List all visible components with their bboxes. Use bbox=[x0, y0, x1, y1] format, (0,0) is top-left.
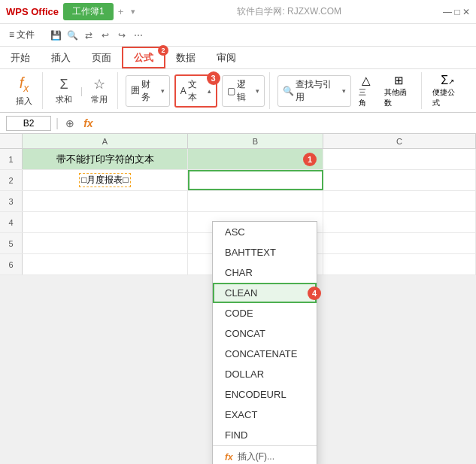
logic-arrow: ▾ bbox=[256, 87, 259, 95]
wps-logo: WPS Office bbox=[6, 6, 59, 17]
fx-icon: fx bbox=[20, 74, 29, 94]
quick-formula-icon: Σ↗ bbox=[441, 74, 454, 87]
ribbon-tabs: 开始 插入 页面 公式 2 数据 审阅 bbox=[0, 47, 476, 69]
common-label: 常用 bbox=[91, 94, 108, 105]
spreadsheet: A B C 1 带不能打印字符的文本 1 2 □月度报表□ 3 4 5 bbox=[0, 134, 476, 275]
undo-icon[interactable]: ↩ bbox=[99, 29, 111, 41]
save-icon[interactable]: 💾 bbox=[50, 29, 62, 41]
dropdown-item-clean[interactable]: CLEAN 4 bbox=[213, 283, 317, 303]
row-header-corner bbox=[0, 134, 23, 148]
dropdown-item-asc[interactable]: ASC bbox=[213, 222, 317, 242]
cell-b2[interactable] bbox=[188, 170, 323, 190]
logic-btn[interactable]: ▢ 逻辑 ▾ bbox=[222, 75, 265, 107]
ribbon-toolbar: fx 插入 Σ 求和 | ☆ 常用 囲 财务 ▾ A 文本 ▴ 3 ▢ 逻辑 bbox=[0, 69, 476, 113]
dropdown-item-bahttext[interactable]: BAHTTEXT bbox=[213, 242, 317, 262]
sigma-icon: Σ bbox=[59, 77, 68, 92]
footer-label: 插入(F)... bbox=[238, 450, 274, 463]
tab-page[interactable]: 页面 bbox=[81, 47, 122, 68]
financial-icon: 囲 bbox=[131, 84, 140, 97]
text-btn-badge: 3 bbox=[207, 71, 220, 85]
cell-a4[interactable] bbox=[23, 212, 188, 232]
add-tab-button[interactable]: + bbox=[118, 6, 124, 17]
cell-c3[interactable] bbox=[323, 191, 476, 211]
financial-arrow: ▾ bbox=[161, 87, 165, 95]
tab-formula[interactable]: 公式 2 bbox=[122, 47, 165, 68]
dropdown-item-dollar[interactable]: DOLLAR bbox=[213, 364, 317, 384]
cell-b3[interactable] bbox=[188, 191, 323, 211]
triangle-icon: △ bbox=[362, 74, 371, 87]
col-header-c[interactable]: C bbox=[323, 134, 476, 148]
sum-group: Σ 求和 | ☆ 常用 bbox=[46, 72, 118, 109]
cell-c1[interactable] bbox=[323, 149, 476, 169]
financial-btn[interactable]: 囲 财务 ▾ bbox=[126, 75, 170, 107]
menu-bar: ≡ 文件 💾 🔍 ⇄ ↩ ↪ ⋯ bbox=[0, 24, 476, 47]
b1-badge: 1 bbox=[303, 153, 317, 166]
dropdown-item-concatenate[interactable]: CONCATENATE bbox=[213, 344, 317, 364]
cell-a5[interactable] bbox=[23, 233, 188, 253]
cell-a1[interactable]: 带不能打印字符的文本 bbox=[23, 149, 188, 169]
redo-icon[interactable]: ↪ bbox=[116, 29, 128, 41]
cell-b1[interactable]: 1 bbox=[188, 149, 323, 169]
cell-a2[interactable]: □月度报表□ bbox=[23, 170, 188, 190]
cell-c5[interactable] bbox=[323, 233, 476, 253]
col-header-row: A B C bbox=[0, 134, 476, 149]
tab-data[interactable]: 数据 bbox=[165, 47, 206, 68]
quick-label: 便捷公式 bbox=[432, 87, 462, 108]
logic-label: 逻辑 bbox=[237, 78, 255, 104]
lookup-icon: 🔍 bbox=[283, 86, 294, 96]
row-num-3: 3 bbox=[0, 191, 23, 211]
text-btn[interactable]: A 文本 ▴ 3 bbox=[174, 74, 217, 108]
dropdown-item-char[interactable]: CHAR bbox=[213, 262, 317, 283]
dropdown-item-exact[interactable]: EXACT bbox=[213, 405, 317, 425]
row-num-4: 4 bbox=[0, 212, 23, 232]
financial-label: 财务 bbox=[141, 78, 159, 104]
formula-fx-icon[interactable]: fx bbox=[81, 117, 95, 129]
other-btn[interactable]: ⊞ 其他函数 bbox=[381, 72, 417, 110]
insert-function-btn[interactable]: fx 插入 bbox=[11, 73, 38, 108]
cell-c6[interactable] bbox=[323, 254, 476, 274]
dropdown-item-find[interactable]: FIND bbox=[213, 425, 317, 445]
insert-label: 插入 bbox=[16, 96, 32, 107]
more-icon[interactable]: ⋯ bbox=[132, 29, 144, 41]
logic-icon: ▢ bbox=[227, 86, 235, 96]
formula-zoom-icon[interactable]: ⊕ bbox=[63, 117, 77, 129]
website-label: 软件自学网: RJZXW.COM bbox=[135, 5, 443, 18]
formula-tab-badge: 2 bbox=[158, 45, 168, 56]
common-btn[interactable]: ☆ 常用 bbox=[86, 74, 113, 107]
quick-formula-btn[interactable]: Σ↗ 便捷公式 bbox=[429, 72, 465, 110]
row-num-2: 2 bbox=[0, 170, 23, 190]
insert-function-group: fx 插入 bbox=[6, 72, 43, 109]
dropdown-item-encodeurl[interactable]: ENCODEURL bbox=[213, 384, 317, 405]
workbook-tab[interactable]: 工作簿1 bbox=[63, 3, 114, 20]
title-bar: WPS Office 工作簿1 + ▾ 软件自学网: RJZXW.COM — □… bbox=[0, 0, 476, 24]
toolbar-icons: 💾 🔍 ⇄ ↩ ↪ ⋯ bbox=[50, 29, 144, 41]
tab-insert[interactable]: 插入 bbox=[41, 47, 81, 68]
lookup-btn[interactable]: 🔍 查找与引用 ▾ bbox=[277, 75, 350, 107]
other-icon: ⊞ bbox=[394, 74, 404, 87]
col-header-b[interactable]: B bbox=[188, 134, 323, 148]
menu-file[interactable]: ≡ 文件 bbox=[6, 27, 38, 43]
text-function-dropdown: ASC BAHTTEXT CHAR CLEAN 4 CODE CONCAT CO… bbox=[212, 221, 317, 464]
dropdown-insert-footer[interactable]: fx 插入(F)... bbox=[213, 445, 317, 464]
dropdown-item-concat[interactable]: CONCAT bbox=[213, 323, 317, 344]
cell-reference[interactable]: B2 bbox=[6, 116, 51, 131]
row-num-5: 5 bbox=[0, 233, 23, 253]
cell-c2[interactable] bbox=[323, 170, 476, 190]
tab-review[interactable]: 审阅 bbox=[206, 47, 247, 68]
sum-btn[interactable]: Σ 求和 bbox=[50, 75, 77, 107]
col-header-a[interactable]: A bbox=[23, 134, 188, 148]
replace-icon[interactable]: ⇄ bbox=[83, 29, 95, 41]
formula-input[interactable] bbox=[100, 118, 470, 129]
table-row: 3 bbox=[0, 191, 476, 212]
cell-a6[interactable] bbox=[23, 254, 188, 274]
dropdown-item-code[interactable]: CODE bbox=[213, 303, 317, 323]
tab-start[interactable]: 开始 bbox=[0, 47, 41, 68]
clean-badge: 4 bbox=[308, 287, 321, 300]
cell-c4[interactable] bbox=[323, 212, 476, 232]
search-icon[interactable]: 🔍 bbox=[66, 29, 78, 41]
cell-a3[interactable] bbox=[23, 191, 188, 211]
window-controls[interactable]: — □ ✕ bbox=[443, 7, 470, 17]
formula-categories: 囲 财务 ▾ A 文本 ▴ 3 ▢ 逻辑 ▾ bbox=[121, 72, 270, 109]
triangle-btn[interactable]: △ 三角 bbox=[356, 72, 377, 110]
text-icon: A bbox=[180, 86, 186, 96]
